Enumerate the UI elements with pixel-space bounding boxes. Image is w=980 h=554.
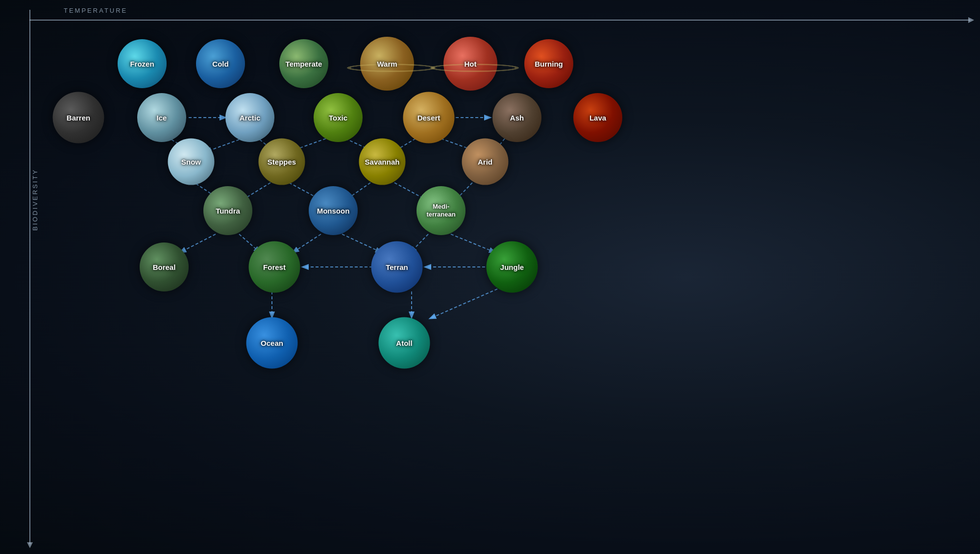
planet-circle-arctic: Arctic <box>225 93 274 142</box>
planet-label-temperate: Temperate <box>286 60 322 68</box>
planet-label-frozen: Frozen <box>130 60 154 68</box>
planet-label-tundra: Tundra <box>216 207 240 215</box>
planet-circle-mediterranean: Medi-terranean <box>416 186 466 235</box>
planet-circle-temperate: Temperate <box>279 39 328 88</box>
planet-label-desert: Desert <box>417 114 441 122</box>
planet-circle-warm: Warm <box>360 37 414 91</box>
planet-label-cold: Cold <box>212 60 228 68</box>
planet-circle-atoll: Atoll <box>379 317 430 369</box>
planet-circle-toxic: Toxic <box>314 93 363 142</box>
planet-tundra[interactable]: Tundra <box>203 186 252 235</box>
planet-circle-ocean: Ocean <box>246 317 298 369</box>
planet-circle-snow: Snow <box>168 139 215 185</box>
planet-snow[interactable]: Snow <box>168 139 215 185</box>
planet-label-ice: Ice <box>157 114 167 122</box>
planet-label-ash: Ash <box>510 114 524 122</box>
planet-label-monsoon: Monsoon <box>317 207 350 215</box>
planet-label-snow: Snow <box>181 158 201 166</box>
planet-ice[interactable]: Ice <box>137 93 186 142</box>
planet-toxic[interactable]: Toxic <box>314 93 363 142</box>
planet-mediterranean[interactable]: Medi-terranean <box>416 186 466 235</box>
planet-label-barren: Barren <box>67 114 90 122</box>
planet-hot[interactable]: Hot <box>443 37 497 91</box>
planet-atoll[interactable]: Atoll <box>379 317 430 369</box>
biodiversity-axis <box>29 10 30 544</box>
planet-desert[interactable]: Desert <box>403 92 455 144</box>
planet-label-steppes: Steppes <box>268 158 296 166</box>
planet-circle-ice: Ice <box>137 93 186 142</box>
planet-circle-terran: Terran <box>371 241 423 293</box>
temperature-label: TEMPERATURE <box>64 7 127 14</box>
planet-steppes[interactable]: Steppes <box>259 139 305 185</box>
planet-circle-frozen: Frozen <box>118 39 167 88</box>
planet-label-forest: Forest <box>263 263 286 271</box>
planet-label-atoll: Atoll <box>396 339 412 347</box>
planet-jungle[interactable]: Jungle <box>487 241 538 293</box>
planet-ash[interactable]: Ash <box>492 93 541 142</box>
planet-circle-boreal: Boreal <box>140 242 189 291</box>
planet-boreal[interactable]: Boreal <box>140 242 189 291</box>
planet-circle-savannah: Savannah <box>359 139 406 185</box>
planet-circle-burning: Burning <box>524 39 573 88</box>
planet-barren[interactable]: Barren <box>53 92 104 144</box>
planet-arid[interactable]: Arid <box>462 139 509 185</box>
planet-savannah[interactable]: Savannah <box>359 139 406 185</box>
planet-forest[interactable]: Forest <box>249 241 300 293</box>
planet-circle-steppes: Steppes <box>259 139 305 185</box>
biodiversity-label: BIODIVERSITY <box>31 169 39 231</box>
planet-label-toxic: Toxic <box>329 114 347 122</box>
planet-temperate[interactable]: Temperate <box>279 39 328 88</box>
planet-frozen[interactable]: Frozen <box>118 39 167 88</box>
planet-burning[interactable]: Burning <box>524 39 573 88</box>
planet-label-warm: Warm <box>377 60 397 68</box>
planet-circle-desert: Desert <box>403 92 455 144</box>
planet-label-mediterranean: Medi-terranean <box>426 203 455 218</box>
planet-circle-cold: Cold <box>196 39 245 88</box>
planet-label-burning: Burning <box>535 60 563 68</box>
planet-label-arctic: Arctic <box>240 114 261 122</box>
temperature-axis <box>29 20 970 21</box>
planet-label-jungle: Jungle <box>500 263 524 271</box>
planet-circle-hot: Hot <box>443 37 497 91</box>
planet-label-ocean: Ocean <box>261 339 283 347</box>
planet-label-terran: Terran <box>386 263 408 271</box>
planet-ocean[interactable]: Ocean <box>246 317 298 369</box>
planet-circle-lava: Lava <box>573 93 622 142</box>
planet-circle-tundra: Tundra <box>203 186 252 235</box>
svg-line-27 <box>430 289 497 318</box>
planet-cold[interactable]: Cold <box>196 39 245 88</box>
planet-arctic[interactable]: Arctic <box>225 93 274 142</box>
planet-warm[interactable]: Warm <box>360 37 414 91</box>
planet-terran[interactable]: Terran <box>371 241 423 293</box>
planet-monsoon[interactable]: Monsoon <box>309 186 358 235</box>
planet-label-lava: Lava <box>589 114 606 122</box>
planet-circle-barren: Barren <box>53 92 104 144</box>
planet-circle-ash: Ash <box>492 93 541 142</box>
planet-circle-jungle: Jungle <box>487 241 538 293</box>
planet-circle-arid: Arid <box>462 139 509 185</box>
planet-label-hot: Hot <box>465 60 477 68</box>
planet-label-boreal: Boreal <box>153 263 176 271</box>
planet-label-savannah: Savannah <box>365 158 400 166</box>
planet-label-arid: Arid <box>478 158 492 166</box>
planet-lava[interactable]: Lava <box>573 93 622 142</box>
planet-circle-forest: Forest <box>249 241 300 293</box>
planet-circle-monsoon: Monsoon <box>309 186 358 235</box>
